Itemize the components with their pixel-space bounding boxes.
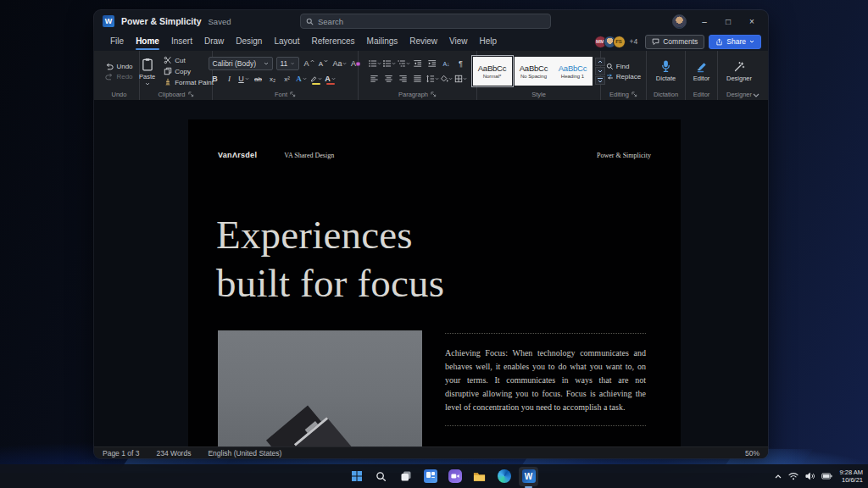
- borders-grid-icon: [454, 75, 463, 83]
- numbering-button[interactable]: [382, 57, 396, 70]
- undo-button[interactable]: Undo: [103, 62, 135, 71]
- justify-button[interactable]: [411, 72, 425, 86]
- style-no-spacing[interactable]: AaBbCc No Spacing: [515, 57, 554, 86]
- grow-font-button[interactable]: A: [303, 57, 316, 70]
- line-spacing-button[interactable]: [426, 72, 439, 86]
- shrink-font-button[interactable]: A: [317, 57, 331, 70]
- ribbon-group-font: Calibri (Body) 11 A A Aa A B I U: [213, 51, 359, 100]
- paste-button[interactable]: Paste: [136, 56, 159, 87]
- taskbar-search-button[interactable]: [371, 467, 391, 486]
- show-hide-marks-button[interactable]: ¶: [454, 57, 468, 70]
- tab-file[interactable]: File: [104, 35, 130, 49]
- wifi-button[interactable]: [788, 472, 798, 480]
- align-left-button[interactable]: [368, 72, 381, 86]
- document-page[interactable]: VanΛrsdel VA Shared Design Power & Simpl…: [188, 119, 681, 446]
- maximize-button[interactable]: □: [717, 13, 739, 30]
- close-button[interactable]: ×: [741, 13, 763, 30]
- clock[interactable]: 9:28 AM 10/6/21: [839, 469, 863, 484]
- tab-insert[interactable]: Insert: [165, 35, 198, 49]
- italic-button[interactable]: I: [223, 72, 236, 86]
- decrease-indent-button[interactable]: [411, 57, 425, 70]
- font-dialog-launcher-icon[interactable]: [290, 92, 296, 97]
- multilevel-list-button[interactable]: [397, 57, 410, 70]
- tab-draw[interactable]: Draw: [198, 35, 230, 49]
- chat-button[interactable]: [445, 467, 465, 486]
- designer-button[interactable]: Designer: [723, 59, 755, 84]
- task-view-button[interactable]: [396, 467, 415, 486]
- tab-home[interactable]: Home: [130, 35, 165, 49]
- ribbon-group-editor: Editor Editor: [686, 51, 718, 100]
- tab-references[interactable]: References: [305, 35, 360, 49]
- increase-indent-button[interactable]: [426, 57, 439, 70]
- account-avatar[interactable]: [672, 14, 687, 29]
- page-indicator[interactable]: Page 1 of 3: [103, 449, 139, 458]
- line-spacing-icon: [426, 75, 435, 83]
- share-icon: [715, 38, 723, 46]
- bold-button[interactable]: B: [209, 72, 222, 86]
- edge-button[interactable]: [494, 467, 514, 486]
- underline-button[interactable]: U: [237, 72, 251, 86]
- subscript-button[interactable]: x₂: [266, 72, 280, 86]
- align-center-button[interactable]: [382, 72, 396, 86]
- sort-button[interactable]: A↓: [440, 57, 453, 70]
- start-button[interactable]: [347, 467, 366, 486]
- tab-review[interactable]: Review: [403, 35, 443, 49]
- dictate-button[interactable]: Dictate: [653, 58, 679, 84]
- font-size-combo[interactable]: 11: [276, 57, 299, 70]
- document-photo[interactable]: [218, 330, 422, 446]
- language-indicator[interactable]: English (United States): [208, 449, 281, 458]
- redo-icon: [105, 73, 114, 80]
- minimize-button[interactable]: –: [693, 13, 715, 30]
- text-effects-button[interactable]: A: [295, 72, 309, 86]
- collapse-ribbon-button[interactable]: [753, 93, 760, 97]
- collaborator-avatars: MM FS: [594, 36, 626, 48]
- status-bar: Page 1 of 3 234 Words English (United St…: [94, 446, 768, 458]
- change-case-button[interactable]: Aa: [331, 57, 348, 70]
- ribbon-tabs: File Home Insert Draw Design Layout Refe…: [94, 32, 768, 51]
- bullets-button[interactable]: [368, 57, 381, 70]
- dotted-rule: [445, 425, 646, 426]
- avatar-fs[interactable]: FS: [613, 36, 626, 48]
- shading-button[interactable]: [440, 72, 453, 86]
- word-count[interactable]: 234 Words: [156, 449, 191, 458]
- borders-button[interactable]: [454, 72, 468, 86]
- search-input[interactable]: [318, 17, 545, 26]
- chevron-down-icon: [342, 62, 347, 65]
- word-taskbar-button[interactable]: W: [519, 467, 538, 486]
- superscript-button[interactable]: x²: [281, 72, 294, 86]
- battery-button[interactable]: [821, 473, 832, 480]
- replace-button[interactable]: Replace: [604, 72, 643, 81]
- find-button[interactable]: Find: [604, 62, 643, 71]
- editing-dialog-launcher-icon[interactable]: [632, 92, 637, 97]
- align-right-button[interactable]: [397, 72, 410, 86]
- tray-overflow-button[interactable]: [775, 474, 782, 479]
- document-title: Power & Simplicity: [121, 16, 202, 26]
- tab-layout[interactable]: Layout: [268, 35, 305, 49]
- redo-button[interactable]: Redo: [103, 72, 135, 81]
- body-paragraph[interactable]: Achieving Focus: When technology communi…: [445, 347, 646, 414]
- tab-mailings[interactable]: Mailings: [361, 35, 404, 49]
- volume-button[interactable]: [805, 472, 815, 480]
- style-normal[interactable]: AaBbCc Normal*: [473, 57, 512, 86]
- camera-icon: [451, 473, 459, 480]
- strikethrough-button[interactable]: ab: [252, 72, 265, 86]
- highlight-color-button[interactable]: [309, 72, 323, 86]
- clear-formatting-button[interactable]: A: [349, 57, 363, 70]
- share-button[interactable]: Share: [709, 35, 761, 49]
- edge-icon: [498, 469, 511, 483]
- comments-button[interactable]: Comments: [645, 35, 704, 49]
- search-bar[interactable]: [300, 14, 551, 29]
- avatar-overflow-count[interactable]: +4: [630, 37, 638, 46]
- tab-help[interactable]: Help: [474, 35, 504, 49]
- tab-view[interactable]: View: [443, 35, 474, 49]
- font-name-combo[interactable]: Calibri (Body): [209, 57, 273, 70]
- file-explorer-button[interactable]: [470, 467, 489, 486]
- clipboard-dialog-launcher-icon[interactable]: [188, 92, 194, 97]
- tab-design[interactable]: Design: [230, 35, 268, 49]
- font-color-button[interactable]: A: [324, 72, 337, 86]
- zoom-level[interactable]: 50%: [745, 449, 760, 458]
- widgets-button[interactable]: [420, 467, 440, 486]
- paragraph-dialog-launcher-icon[interactable]: [431, 92, 437, 97]
- editor-button[interactable]: Editor: [690, 59, 714, 84]
- style-heading-1[interactable]: AaBbCc Heading 1: [554, 57, 593, 86]
